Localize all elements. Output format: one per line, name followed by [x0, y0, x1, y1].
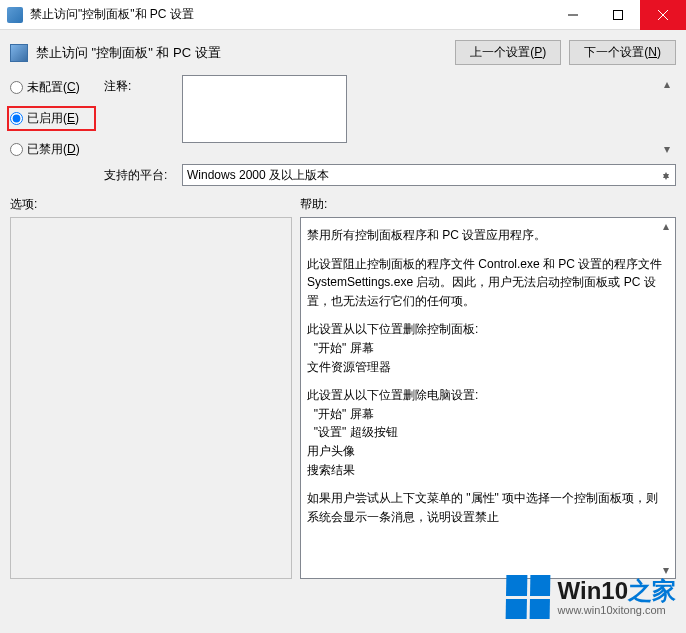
config-radios: 未配置(C) 已启用(E) 已禁用(D)	[10, 75, 96, 158]
help-paragraph: 此设置阻止控制面板的程序文件 Control.exe 和 PC 设置的程序文件 …	[307, 255, 669, 311]
close-button[interactable]	[640, 0, 686, 30]
scroll-up-icon[interactable]: ▴	[658, 218, 674, 234]
help-paragraph: 禁用所有控制面板程序和 PC 设置应用程序。	[307, 226, 669, 245]
radio-not-configured-label: 未配置(C)	[27, 79, 80, 96]
radio-enabled-highlight: 已启用(E)	[7, 106, 96, 131]
radio-enabled-input[interactable]	[10, 112, 23, 125]
help-column: 帮助: 禁用所有控制面板程序和 PC 设置应用程序。 此设置阻止控制面板的程序文…	[300, 196, 676, 579]
minimize-button[interactable]	[550, 0, 595, 30]
radio-disabled[interactable]: 已禁用(D)	[10, 141, 96, 158]
titlebar: 禁止访问"控制面板"和 PC 设置	[0, 0, 686, 30]
comment-label: 注释:	[104, 75, 174, 158]
app-icon	[7, 7, 23, 23]
policy-icon	[10, 44, 28, 62]
watermark: Win10之家 www.win10xitong.com	[506, 575, 676, 619]
svg-rect-1	[613, 10, 622, 19]
comment-textarea[interactable]	[182, 75, 347, 143]
help-label: 帮助:	[300, 196, 676, 213]
radio-disabled-input[interactable]	[10, 143, 23, 156]
radio-not-configured-input[interactable]	[10, 81, 23, 94]
header-row: 禁止访问 "控制面板" 和 PC 设置 上一个设置(P) 下一个设置(N)	[10, 40, 676, 65]
radio-disabled-label: 已禁用(D)	[27, 141, 80, 158]
platform-label: 支持的平台:	[104, 164, 174, 186]
next-setting-button[interactable]: 下一个设置(N)	[569, 40, 676, 65]
options-column: 选项:	[10, 196, 292, 579]
scroll-up-icon[interactable]: ▴	[659, 76, 675, 92]
radio-not-configured[interactable]: 未配置(C)	[10, 79, 96, 96]
windows-logo-icon	[505, 575, 550, 619]
options-label: 选项:	[10, 196, 292, 213]
lower-panels: 选项: 帮助: 禁用所有控制面板程序和 PC 设置应用程序。 此设置阻止控制面板…	[10, 196, 676, 579]
platform-row: 支持的平台: Windows 2000 及以上版本 ▴ ▾	[10, 164, 676, 186]
help-box: 禁用所有控制面板程序和 PC 设置应用程序。 此设置阻止控制面板的程序文件 Co…	[300, 217, 676, 579]
watermark-text: Win10之家 www.win10xitong.com	[558, 579, 676, 616]
platform-value-box: Windows 2000 及以上版本 ▴ ▾	[182, 164, 676, 186]
config-comment-row: 未配置(C) 已启用(E) 已禁用(D) 注释: ▴ ▾	[10, 75, 676, 158]
scroll-down-icon[interactable]: ▾	[658, 168, 674, 184]
radio-enabled[interactable]: 已启用(E)	[10, 110, 79, 127]
content-area: 禁止访问 "控制面板" 和 PC 设置 上一个设置(P) 下一个设置(N) 未配…	[0, 30, 686, 633]
platform-value: Windows 2000 及以上版本	[187, 167, 329, 184]
page-title: 禁止访问 "控制面板" 和 PC 设置	[36, 44, 447, 62]
options-box	[10, 217, 292, 579]
scroll-down-icon[interactable]: ▾	[659, 141, 675, 157]
previous-setting-button[interactable]: 上一个设置(P)	[455, 40, 561, 65]
radio-enabled-label: 已启用(E)	[27, 110, 79, 127]
window-title: 禁止访问"控制面板"和 PC 设置	[30, 6, 550, 23]
help-paragraph: 如果用户尝试从上下文菜单的 "属性" 项中选择一个控制面板项，则系统会显示一条消…	[307, 489, 669, 526]
maximize-button[interactable]	[595, 0, 640, 30]
help-paragraph: 此设置从以下位置删除控制面板: "开始" 屏幕 文件资源管理器	[307, 320, 669, 376]
help-paragraph: 此设置从以下位置删除电脑设置: "开始" 屏幕 "设置" 超级按钮 用户头像 搜…	[307, 386, 669, 479]
window-controls	[550, 0, 686, 30]
